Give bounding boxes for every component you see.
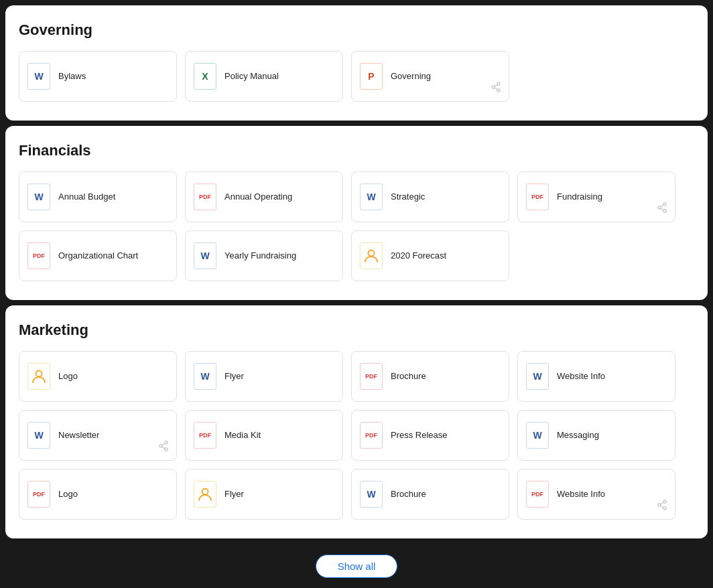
card-name-newsletter: Newsletter — [58, 430, 99, 441]
card-annual-operating[interactable]: PDFAnnual Operating — [185, 171, 343, 222]
card-flyer-2[interactable]: Flyer — [185, 469, 343, 520]
svg-line-3 — [495, 84, 497, 86]
svg-point-1 — [497, 82, 500, 85]
svg-point-6 — [663, 203, 666, 206]
card-name-website-info-1: Website Info — [557, 371, 605, 382]
card-logo-2[interactable]: PDFLogo — [19, 469, 177, 520]
card-organizational-chart[interactable]: PDFOrganizational Chart — [19, 230, 177, 281]
card-governing[interactable]: PGoverning — [351, 51, 509, 102]
file-icon-logo-1 — [27, 363, 50, 390]
card-fundraising[interactable]: PDFFundraising — [517, 171, 675, 222]
card-name-annual-budget: Annual Budget — [58, 192, 115, 203]
file-icon-policy-manual: X — [194, 63, 216, 90]
svg-point-13 — [165, 441, 168, 444]
card-name-website-info-2: Website Info — [557, 489, 605, 500]
card-website-info-1[interactable]: WWebsite Info — [517, 351, 675, 402]
svg-line-9 — [661, 208, 663, 210]
svg-point-10 — [369, 250, 375, 256]
cards-grid-marketing: LogoWFlyerPDFBrochureWWebsite InfoWNewsl… — [19, 351, 694, 520]
svg-line-15 — [162, 443, 165, 445]
show-all-wrap: Show all — [5, 544, 708, 583]
card-name-logo-2: Logo — [58, 489, 78, 500]
card-brochure-2[interactable]: WBrochure — [351, 469, 509, 520]
file-icon-bylaws: W — [27, 63, 50, 90]
svg-point-12 — [159, 445, 162, 447]
card-annual-budget[interactable]: WAnnual Budget — [19, 171, 177, 222]
card-press-release[interactable]: PDFPress Release — [351, 410, 509, 461]
file-icon-strategic: W — [360, 183, 383, 210]
file-icon-fundraising: PDF — [526, 183, 549, 210]
svg-point-18 — [658, 504, 661, 506]
card-name-logo-1: Logo — [58, 371, 78, 382]
card-name-press-release: Press Release — [391, 430, 448, 441]
section-marketing: Marketing LogoWFlyerPDFBrochureWWebsite … — [5, 305, 708, 538]
card-name-flyer-2: Flyer — [224, 489, 244, 500]
svg-point-5 — [658, 206, 661, 209]
card-media-kit[interactable]: PDFMedia Kit — [185, 410, 343, 461]
card-flyer-1[interactable]: WFlyer — [185, 351, 343, 402]
share-icon — [157, 440, 170, 455]
svg-point-14 — [165, 448, 168, 451]
card-name-governing: Governing — [391, 71, 431, 82]
card-name-organizational-chart: Organizational Chart — [58, 250, 138, 262]
file-icon-newsletter: W — [27, 422, 50, 449]
card-name-annual-operating: Annual Operating — [224, 192, 292, 203]
file-icon-annual-operating: PDF — [194, 183, 216, 210]
section-title-marketing: Marketing — [19, 321, 694, 339]
svg-point-7 — [663, 210, 666, 212]
svg-point-17 — [202, 489, 208, 495]
file-icon-flyer-2 — [194, 481, 216, 508]
card-bylaws[interactable]: WBylaws — [19, 51, 177, 102]
card-messaging[interactable]: WMessaging — [517, 410, 675, 461]
file-icon-logo-2: PDF — [27, 481, 50, 508]
card-strategic[interactable]: WStrategic — [351, 171, 509, 222]
svg-line-16 — [162, 447, 165, 449]
share-icon — [656, 202, 668, 216]
svg-line-4 — [495, 88, 497, 90]
svg-line-21 — [661, 502, 663, 504]
file-icon-website-info-2: PDF — [526, 481, 549, 508]
card-brochure-1[interactable]: PDFBrochure — [351, 351, 509, 402]
file-icon-brochure-2: W — [360, 481, 383, 508]
card-name-yearly-fundraising: Yearly Fundraising — [224, 250, 296, 262]
card-name-media-kit: Media Kit — [224, 430, 261, 441]
card-name-strategic: Strategic — [391, 192, 425, 203]
card-name-policy-manual: Policy Manual — [224, 71, 279, 82]
share-icon — [656, 499, 668, 514]
show-all-button[interactable]: Show all — [316, 555, 398, 578]
svg-point-0 — [492, 86, 495, 88]
svg-point-2 — [497, 89, 500, 92]
svg-point-20 — [663, 507, 666, 510]
file-icon-organizational-chart: PDF — [27, 242, 50, 269]
card-newsletter[interactable]: WNewsletter — [19, 410, 177, 461]
file-icon-yearly-fundraising: W — [194, 242, 216, 269]
card-policy-manual[interactable]: XPolicy Manual — [185, 51, 343, 102]
file-icon-flyer-1: W — [194, 363, 216, 390]
card-name-fundraising: Fundraising — [557, 192, 602, 203]
svg-point-11 — [36, 371, 42, 377]
card-name-brochure-2: Brochure — [391, 489, 426, 500]
file-icon-governing: P — [360, 63, 383, 90]
card-name-messaging: Messaging — [557, 430, 599, 441]
file-icon-brochure-1: PDF — [360, 363, 383, 390]
file-icon-messaging: W — [526, 422, 549, 449]
card-logo-1[interactable]: Logo — [19, 351, 177, 402]
svg-line-8 — [661, 205, 663, 207]
section-governing: GoverningWBylawsXPolicy ManualPGoverning — [5, 5, 708, 121]
cards-grid-governing: WBylawsXPolicy ManualPGoverning — [19, 51, 694, 102]
file-icon-annual-budget: W — [27, 183, 50, 210]
card-name-bylaws: Bylaws — [58, 71, 86, 82]
card-website-info-2[interactable]: PDFWebsite Info — [517, 469, 675, 520]
card-yearly-fundraising[interactable]: WYearly Fundraising — [185, 230, 343, 281]
section-title-financials: Financials — [19, 142, 694, 159]
card-2020-forecast[interactable]: 2020 Forecast — [351, 230, 509, 281]
file-icon-press-release: PDF — [360, 422, 383, 449]
cards-grid-financials: WAnnual BudgetPDFAnnual OperatingWStrate… — [19, 171, 694, 281]
file-icon-website-info-1: W — [526, 363, 549, 390]
svg-point-19 — [663, 500, 666, 503]
share-icon — [490, 81, 502, 96]
section-financials: FinancialsWAnnual BudgetPDFAnnual Operat… — [5, 126, 708, 300]
card-name-flyer-1: Flyer — [224, 371, 244, 382]
file-icon-2020-forecast — [360, 242, 383, 269]
card-name-2020-forecast: 2020 Forecast — [391, 250, 446, 262]
